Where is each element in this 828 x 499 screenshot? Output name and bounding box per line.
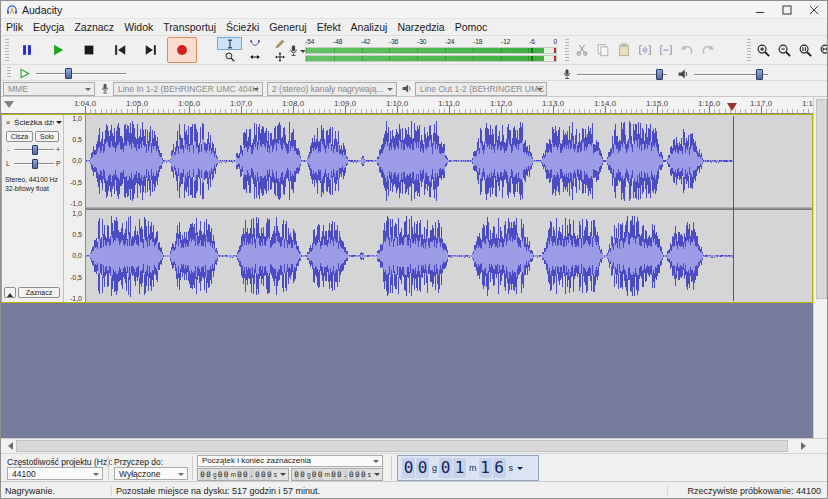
project-rate-combo[interactable]: 44100 [7, 467, 103, 480]
recording-device-combo[interactable]: Line In 1-2 (BEHRINGER UMC 404H [113, 82, 263, 96]
horizontal-scrollbar-thumb[interactable] [16, 440, 788, 452]
menu-item[interactable]: Pomoc [450, 19, 493, 36]
pan-left-label: L [6, 160, 10, 167]
menu-item[interactable]: Narzędzia [392, 19, 449, 36]
toolbar-gripper[interactable] [747, 39, 751, 61]
vertical-scrollbar-thumb[interactable] [816, 99, 827, 299]
selection-range-mode-combo[interactable]: Początek i koniec zaznaczenia [197, 455, 383, 467]
pan-slider[interactable] [14, 159, 54, 169]
copy-button[interactable] [592, 38, 613, 62]
microphone-icon [561, 67, 573, 81]
snap-to-combo[interactable]: Wyłączone [114, 467, 188, 480]
zoom-tool-button[interactable] [217, 50, 242, 63]
ruler-label: 1:05,0 [126, 99, 148, 108]
waveform-right-channel[interactable] [86, 210, 812, 302]
minimize-button[interactable] [746, 1, 773, 19]
trim-audio-button[interactable] [634, 38, 655, 62]
time-digit: . [249, 470, 254, 480]
meter-scale-label: 0 [553, 38, 557, 46]
menu-bar: PlikEdycjaZaznaczWidokTransportujŚcieżki… [1, 19, 827, 36]
play-button[interactable] [43, 37, 73, 63]
ruler-label: 1:10,0 [386, 99, 408, 108]
vruler-label: -1,0 [64, 200, 82, 207]
time-digit: 0 [300, 470, 305, 480]
skip-to-end-button[interactable] [136, 37, 166, 63]
ruler-label: 1:04,0 [74, 99, 96, 108]
envelope-tool-button[interactable] [242, 37, 267, 50]
fit-selection-button[interactable] [795, 38, 816, 62]
vertical-scrollbar[interactable] [813, 97, 828, 438]
mute-button[interactable]: Cisza [6, 131, 33, 142]
solo-button[interactable]: Solo [35, 131, 59, 142]
toolbar-gripper[interactable] [565, 39, 569, 61]
pause-button[interactable] [12, 37, 42, 63]
redo-button[interactable] [697, 38, 718, 62]
menu-item[interactable]: Plik [1, 19, 28, 36]
vruler-label: 1,0 [64, 210, 82, 217]
menu-item[interactable]: Transportuj [158, 19, 221, 36]
playback-volume-toolbar [677, 67, 768, 81]
selection-end-field[interactable]: 00g00m00.000s [291, 468, 383, 481]
audio-host-combo[interactable]: MME [3, 82, 95, 96]
dropdown-arrow-icon[interactable] [280, 473, 286, 479]
recording-meter-toolbar[interactable]: -54-48-42-36-30-24-18-12-60 [287, 38, 559, 63]
menu-item[interactable]: Edycja [28, 19, 70, 36]
collapse-track-button[interactable] [4, 287, 16, 298]
dropdown-arrow-icon[interactable] [517, 467, 523, 473]
silence-audio-button[interactable] [655, 38, 676, 62]
timeshift-tool-button[interactable] [242, 50, 267, 63]
timeline-ruler[interactable]: 1:04,01:05,01:06,01:07,01:08,01:09,01:10… [1, 97, 813, 114]
play-at-speed-button[interactable] [19, 68, 30, 79]
toolbar-gripper[interactable] [7, 67, 11, 79]
horizontal-scrollbar[interactable] [1, 438, 828, 453]
scroll-left-arrow-icon[interactable] [1, 439, 16, 453]
vertical-ruler[interactable]: 1,00,50,0-0,5-1,01,00,50,0-0,5-1,0 [64, 115, 86, 302]
menu-item[interactable]: Efekt [312, 19, 346, 36]
track-name[interactable]: Ścieżka dźw [14, 118, 54, 127]
playback-device-combo[interactable]: Line Out 1-2 (BEHRINGER UMC 404 [415, 82, 547, 96]
status-bar: Nagrywanie. Pozostałe miejsce na dysku: … [1, 481, 827, 499]
close-button[interactable] [800, 1, 827, 19]
speaker-icon [677, 67, 690, 81]
fit-project-button[interactable] [816, 38, 828, 62]
time-digit: 0 [255, 470, 260, 480]
menu-item[interactable]: Analizuj [346, 19, 393, 36]
menu-item[interactable]: Widok [119, 19, 158, 36]
menu-item[interactable]: Ścieżki [221, 19, 264, 36]
toolbar-gripper[interactable] [5, 39, 9, 61]
track-close-button[interactable]: × [4, 118, 12, 127]
maximize-button[interactable] [773, 1, 800, 19]
paste-button[interactable] [613, 38, 634, 62]
edit-toolbar [563, 38, 718, 62]
selection-tool-button[interactable] [217, 37, 242, 50]
recording-volume-slider[interactable] [577, 69, 667, 80]
disk-space-message: Pozostałe miejsce na dysku: 517 godzin i… [111, 486, 667, 496]
zoom-in-button[interactable] [753, 38, 774, 62]
recording-time-display[interactable]: 00g01m16s [397, 455, 539, 481]
playback-volume-slider[interactable] [694, 69, 768, 80]
select-track-button[interactable]: Zaznacz [18, 287, 60, 298]
time-digit: 0 [361, 470, 366, 480]
skip-to-start-button[interactable] [105, 37, 135, 63]
zoom-out-button[interactable] [774, 38, 795, 62]
dropdown-arrow-icon[interactable] [374, 473, 380, 479]
playback-speed-slider[interactable] [36, 68, 126, 79]
meter-bar-left [305, 47, 557, 54]
selection-start-field[interactable]: 00g00m00.000s [197, 468, 289, 481]
audacity-logo-icon [6, 4, 18, 16]
cut-button[interactable] [571, 38, 592, 62]
menu-item[interactable]: Zaznacz [69, 19, 119, 36]
gain-slider[interactable] [14, 145, 54, 155]
track-menu-arrow-icon[interactable] [56, 121, 62, 127]
play-at-speed-toolbar [5, 67, 126, 79]
scroll-right-arrow-icon[interactable] [798, 439, 813, 453]
transport-toolbar [3, 37, 197, 63]
stop-button[interactable] [74, 37, 104, 63]
toolbar-row-2 [1, 65, 827, 81]
waveform-left-channel[interactable] [86, 115, 812, 207]
record-button[interactable] [167, 37, 197, 63]
recording-channels-combo[interactable]: 2 (stereo) kanały nagrywają... [267, 82, 397, 96]
meter-scale-label: -42 [361, 38, 370, 46]
menu-item[interactable]: Generuj [264, 19, 311, 36]
undo-button[interactable] [676, 38, 697, 62]
